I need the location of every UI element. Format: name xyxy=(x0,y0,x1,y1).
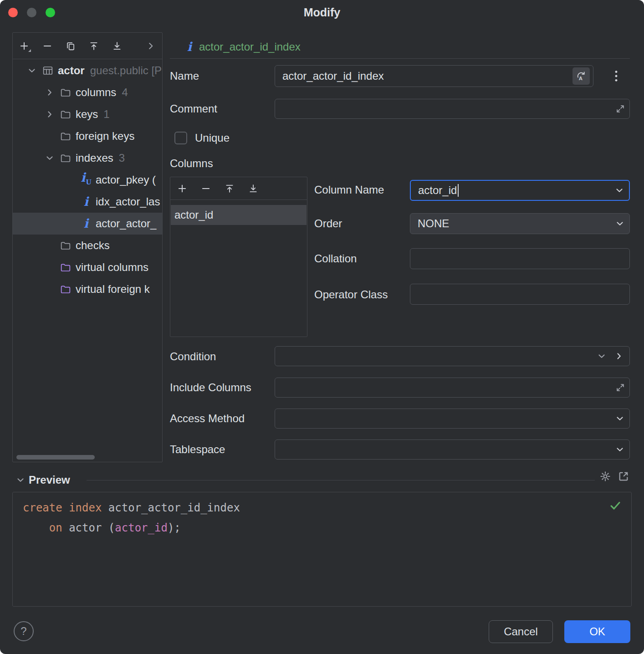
virtual-folder-icon xyxy=(60,261,72,273)
comment-label: Comment xyxy=(170,102,217,116)
object-tree: actor guest.public [P columns 4 keys 1 f… xyxy=(13,60,162,300)
unique-checkbox[interactable] xyxy=(174,132,187,144)
column-name-combobox[interactable]: actor_id xyxy=(410,180,630,201)
modify-dialog: Modify xyxy=(0,0,644,654)
index-icon: i xyxy=(184,40,195,54)
tree-item-columns[interactable]: columns 4 xyxy=(13,82,162,103)
sql-keyword: create index xyxy=(23,501,102,514)
kebab-menu-icon[interactable] xyxy=(609,69,623,83)
svg-text:A: A xyxy=(579,76,583,81)
rename-refactor-icon[interactable]: A xyxy=(572,67,590,85)
sql-line-1: create index actor_actor_id_index xyxy=(23,498,604,518)
chevron-down-icon[interactable] xyxy=(614,185,624,195)
preview-section-label[interactable]: Preview xyxy=(29,473,70,487)
window-title: Modify xyxy=(0,6,644,19)
add-icon[interactable] xyxy=(19,41,29,51)
scrollbar-thumb[interactable] xyxy=(16,455,95,460)
condition-input[interactable] xyxy=(275,346,630,366)
include-columns-input[interactable] xyxy=(275,378,630,398)
chevron-down-icon[interactable] xyxy=(615,414,625,424)
virtual-folder-icon xyxy=(60,283,72,295)
expand-condition-icon[interactable] xyxy=(614,351,624,361)
tree-item-virtual-foreign-keys[interactable]: virtual foreign k xyxy=(13,278,162,300)
move-up-icon[interactable] xyxy=(89,41,99,51)
cancel-button[interactable]: Cancel xyxy=(489,620,553,643)
tree-item-virtual-columns[interactable]: virtual columns xyxy=(13,256,162,278)
expand-editor-icon[interactable] xyxy=(616,104,625,113)
tree-item-actor-actor-id-index[interactable]: i actor_actor_ xyxy=(13,213,162,235)
name-input[interactable]: actor_actor_id_index A xyxy=(275,65,593,87)
structure-tree-panel: actor guest.public [P columns 4 keys 1 f… xyxy=(12,32,163,462)
gear-icon[interactable] xyxy=(599,470,611,482)
access-method-dropdown[interactable] xyxy=(275,409,630,429)
move-column-down-icon[interactable] xyxy=(248,184,258,194)
sql-valid-check-icon xyxy=(609,500,621,513)
horizontal-scrollbar[interactable] xyxy=(13,454,162,462)
column-list-item-actor-id[interactable]: actor_id xyxy=(171,205,307,225)
index-editor-form: i actor_actor_id_index Name actor_actor_… xyxy=(170,32,632,462)
column-name-label: Column Name xyxy=(314,183,384,197)
open-in-editor-icon[interactable] xyxy=(618,470,629,482)
collation-input[interactable] xyxy=(410,248,630,269)
help-button[interactable]: ? xyxy=(14,621,34,641)
sql-keyword: on xyxy=(49,521,62,534)
tree-item-indexes[interactable]: indexes 3 xyxy=(13,147,162,169)
order-dropdown[interactable]: NONE xyxy=(410,213,630,234)
comment-input[interactable] xyxy=(275,99,630,119)
collapse-panel-icon[interactable] xyxy=(146,41,156,51)
name-label: Name xyxy=(170,69,199,83)
folder-icon xyxy=(60,87,72,98)
columns-section-label: Columns xyxy=(170,157,213,170)
remove-column-icon[interactable] xyxy=(201,184,211,194)
tree-item-keys[interactable]: keys 1 xyxy=(13,103,162,125)
remove-icon[interactable] xyxy=(42,41,52,51)
add-dropdown-indicator xyxy=(28,49,31,52)
folder-icon xyxy=(60,152,72,164)
folder-icon xyxy=(60,130,72,142)
tree-item-idx-actor-last-name[interactable]: i idx_actor_las xyxy=(13,191,162,213)
tablespace-dropdown[interactable] xyxy=(275,439,630,460)
sql-preview-panel[interactable]: create index actor_actor_id_index on act… xyxy=(12,492,632,607)
ok-button[interactable]: OK xyxy=(564,620,630,643)
sql-preview-code: create index actor_actor_id_index on act… xyxy=(23,498,604,538)
columns-toolbar xyxy=(170,177,307,200)
tree-toolbar xyxy=(13,33,162,59)
operator-class-input[interactable] xyxy=(410,284,630,305)
chevron-down-icon[interactable] xyxy=(26,65,37,76)
chevron-right-icon[interactable] xyxy=(44,87,55,98)
sql-line-2: on actor (actor_id); xyxy=(23,518,604,538)
tree-item-actor-pkey[interactable]: iU actor_pkey ( xyxy=(13,169,162,191)
index-icon: i xyxy=(80,196,92,208)
collation-label: Collation xyxy=(314,252,357,266)
add-column-icon[interactable] xyxy=(177,184,187,194)
index-icon: i xyxy=(80,218,92,230)
chevron-right-icon[interactable] xyxy=(44,109,55,120)
duplicate-icon[interactable] xyxy=(66,41,76,51)
unique-label: Unique xyxy=(195,131,230,145)
move-column-up-icon[interactable] xyxy=(225,184,235,194)
move-down-icon[interactable] xyxy=(112,41,122,51)
columns-list-panel: actor_id xyxy=(170,177,307,337)
tree-item-actor[interactable]: actor guest.public [P xyxy=(13,60,162,82)
chevron-down-icon[interactable] xyxy=(15,475,26,485)
condition-label: Condition xyxy=(170,350,216,363)
folder-icon xyxy=(60,108,72,120)
titlebar: Modify xyxy=(0,0,644,26)
operator-class-label: Operator Class xyxy=(314,288,388,301)
tree-item-foreign-keys[interactable]: foreign keys xyxy=(13,125,162,147)
editor-header-index-name: actor_actor_id_index xyxy=(199,40,301,54)
preview-divider xyxy=(87,480,595,480)
include-columns-label: Include Columns xyxy=(170,381,251,394)
folder-icon xyxy=(60,240,72,251)
chevron-down-icon[interactable] xyxy=(597,351,607,361)
chevron-down-icon[interactable] xyxy=(44,153,55,164)
table-icon xyxy=(42,65,54,77)
tree-item-checks[interactable]: checks xyxy=(13,235,162,256)
chevron-down-icon[interactable] xyxy=(615,445,625,455)
expand-editor-icon[interactable] xyxy=(616,383,625,392)
unique-index-icon: iU xyxy=(80,172,92,188)
sql-column-reference: actor_id xyxy=(115,521,168,534)
chevron-down-icon[interactable] xyxy=(615,219,625,229)
order-label: Order xyxy=(314,217,342,230)
tablespace-label: Tablespace xyxy=(170,443,225,456)
